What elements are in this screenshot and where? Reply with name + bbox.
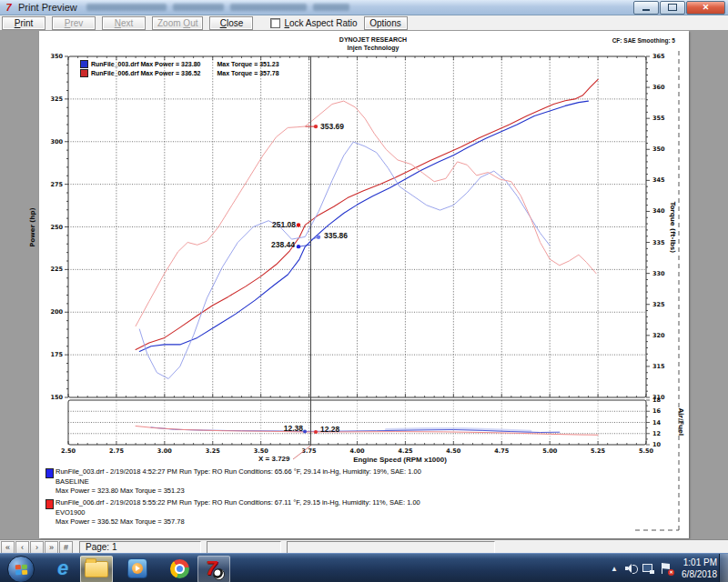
lock-aspect-ratio-group: Lock Aspect Ratio	[270, 18, 357, 28]
winpep-seven-icon: 7	[203, 558, 225, 580]
chrome-icon	[170, 559, 189, 578]
run-stats: Max Power = 336.52 Max Torque = 357.78	[56, 517, 420, 527]
page-indicator: Page: 1	[79, 541, 201, 554]
windows-flag-icon	[15, 564, 27, 575]
annotation-torque-blue: 335.86	[324, 231, 348, 240]
chart-legend: RunFile_003.drf Max Power = 323.80 Max T…	[80, 59, 279, 77]
maximize-icon	[668, 4, 677, 11]
goto-page-button[interactable]: #	[59, 541, 73, 554]
redacted-title-text	[86, 4, 349, 11]
screen: 7 Print Preview ✕ Print Prev Next Zoom O…	[0, 0, 728, 582]
clock-date: 6/8/2018	[682, 568, 717, 580]
cursor-x-label: X = 3.729	[258, 455, 289, 463]
action-center-flag-icon[interactable]: ✕	[662, 563, 672, 574]
taskbar-item-chrome[interactable]	[164, 556, 195, 581]
toolbar: Print Prev Next Zoom Out Close Lock Aspe…	[0, 15, 728, 31]
statusbar-panel	[207, 541, 281, 554]
options-button[interactable]: Options	[364, 16, 408, 30]
window-title: Print Preview	[18, 2, 77, 13]
network-icon[interactable]	[642, 564, 654, 574]
taskbar-clock[interactable]: 1:01 PM 6/8/2018	[682, 557, 717, 580]
lock-aspect-ratio-checkbox[interactable]	[270, 18, 280, 28]
taskbar-item-winpep[interactable]: 7	[197, 556, 230, 582]
volume-icon[interactable]	[625, 564, 635, 573]
folder-icon	[85, 561, 108, 577]
lock-aspect-ratio-label: Lock Aspect Ratio	[284, 18, 357, 28]
media-player-icon	[127, 558, 147, 578]
run-name: BASELINE	[56, 477, 421, 487]
taskbar-item-internet-explorer[interactable]: e	[47, 556, 78, 581]
next-page-button[interactable]: ›	[30, 541, 44, 554]
run-name: EVO1900	[56, 508, 420, 518]
annotation-power-blue: 238.44	[271, 240, 295, 249]
clock-time: 1:01 PM	[682, 557, 717, 568]
correction-smoothing-note: CF: SAE Smoothing: 5	[612, 37, 675, 44]
legend-row: RunFile_006.drf Max Power = 336.52 Max T…	[80, 68, 279, 77]
run-stats: Max Power = 323.80 Max Torque = 351.23	[56, 487, 421, 497]
chart-title-line1: DYNOJET RESEARCH	[300, 36, 446, 43]
taskbar-item-media-player[interactable]	[122, 556, 153, 581]
taskbar-item-explorer[interactable]	[80, 556, 113, 582]
legend-swatch-red	[80, 69, 88, 77]
statusbar: « ‹ › » # Page: 1	[0, 539, 728, 554]
tray-expand-icon[interactable]: ▲	[611, 565, 618, 573]
x-axis-title: Engine Speed (RPM x1000)	[325, 456, 475, 464]
run-info-line: RunFile_003.drf - 2/19/2018 4:52:27 PM R…	[56, 467, 421, 477]
last-page-button[interactable]: »	[45, 541, 58, 554]
legend-row: RunFile_003.drf Max Power = 323.80 Max T…	[80, 59, 279, 68]
prev-button[interactable]: Prev	[52, 16, 96, 30]
internet-explorer-icon: e	[57, 558, 68, 578]
close-button[interactable]: ✕	[686, 1, 725, 15]
run-swatch-blue	[46, 468, 54, 478]
run-info-line: RunFile_006.drf - 2/19/2018 5:55:22 PM R…	[56, 498, 420, 508]
annotation-af-red: 12.28	[320, 425, 339, 434]
statusbar-panel	[287, 541, 495, 554]
run-info-evo1900: RunFile_006.drf - 2/19/2018 5:55:22 PM R…	[56, 498, 420, 527]
annotation-power-red: 251.08	[272, 220, 296, 229]
annotation-torque-red: 353.69	[320, 122, 344, 131]
minimize-icon	[642, 9, 650, 11]
annotation-af-blue: 12.38	[284, 424, 303, 433]
minimize-button[interactable]	[633, 1, 659, 15]
show-desktop-button[interactable]	[719, 554, 728, 582]
taskbar: e 7 ▲ ✕ 1:01 PM 6/8/2018	[0, 553, 728, 582]
run-swatch-red	[46, 499, 54, 509]
zoom-out-button[interactable]: Zoom Out	[152, 16, 203, 30]
legend-swatch-blue	[80, 60, 88, 68]
chart-title-line2: Injen Technology	[300, 45, 446, 51]
next-button[interactable]: Next	[102, 16, 146, 30]
prev-page-button[interactable]: ‹	[15, 541, 29, 554]
titlebar: 7 Print Preview ✕	[0, 0, 728, 15]
maximize-button[interactable]	[660, 1, 685, 15]
system-tray: ▲ ✕	[611, 554, 672, 582]
first-page-button[interactable]: «	[1, 541, 15, 554]
print-button[interactable]: Print	[2, 16, 46, 30]
run-info-baseline: RunFile_003.drf - 2/19/2018 4:52:27 PM R…	[56, 467, 421, 497]
close-preview-button[interactable]: Close	[209, 16, 253, 30]
start-button[interactable]	[7, 556, 35, 582]
close-icon: ✕	[703, 3, 710, 12]
app-icon: 7	[3, 2, 15, 14]
